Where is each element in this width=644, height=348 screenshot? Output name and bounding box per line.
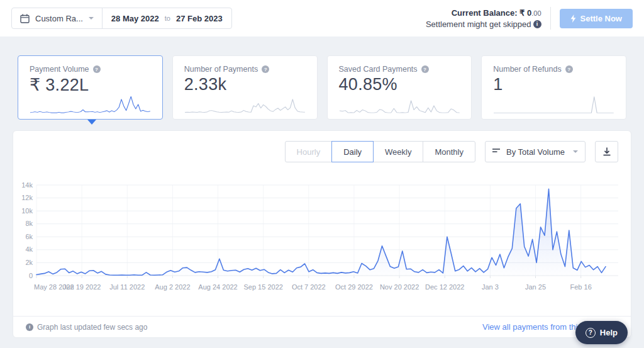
stat-cards-row: Payment Volume ? ₹ 3.22L Number of Payme… (0, 55, 644, 120)
settle-now-button[interactable]: Settle Now (560, 9, 633, 28)
settlement-note: Settlement might get skipped i (426, 19, 541, 30)
date-start: 28 May 2022 (111, 14, 159, 23)
balance-decimals: .00 (531, 9, 541, 17)
sparkline (339, 94, 460, 114)
balance-label: Current Balance: (452, 8, 518, 18)
view-all-payments-link[interactable]: View all payments from this (482, 322, 582, 332)
svg-text:8k: 8k (25, 220, 33, 227)
info-icon: i (26, 323, 33, 331)
panel-footer: i Graph last updated few secs ago View a… (13, 316, 631, 337)
settlement-note-text: Settlement might get skipped (426, 19, 531, 30)
svg-text:6k: 6k (25, 233, 33, 240)
help-icon[interactable]: ? (262, 65, 269, 73)
calendar-icon (20, 14, 30, 23)
card-value: ₹ 3.22L (30, 75, 151, 95)
chart-panel: Hourly Daily Weekly Monthly By Total Vol… (13, 130, 631, 338)
card-saved-card-payments[interactable]: Saved Card Payments ? 40.85% (327, 55, 472, 120)
card-title: Saved Card Payments (339, 65, 418, 74)
svg-text:Aug 2 2022: Aug 2 2022 (155, 283, 190, 291)
svg-text:Jul 11 2022: Jul 11 2022 (109, 283, 145, 291)
card-value: 40.85% (339, 75, 460, 94)
svg-text:Jan 3: Jan 3 (482, 283, 499, 291)
card-number-of-payments[interactable]: Number of Payments ? 2.33k (172, 55, 318, 120)
help-icon[interactable]: ? (565, 65, 573, 73)
svg-text:2k: 2k (25, 259, 33, 266)
topbar: Custom Ra... 28 May 2022 to 27 Feb 2023 … (0, 0, 644, 36)
svg-text:Feb 16: Feb 16 (570, 283, 592, 291)
svg-text:12k: 12k (21, 194, 33, 201)
svg-text:Dec 12 2022: Dec 12 2022 (425, 283, 464, 291)
question-icon: ? (586, 328, 596, 338)
svg-text:0: 0 (29, 272, 33, 279)
card-value: 2.33k (184, 75, 306, 94)
tab-weekly[interactable]: Weekly (373, 141, 423, 162)
divider (550, 7, 551, 30)
date-range-picker[interactable]: Custom Ra... 28 May 2022 to 27 Feb 2023 (11, 8, 232, 29)
chart-controls: Hourly Daily Weekly Monthly By Total Vol… (13, 131, 631, 162)
date-separator: to (165, 14, 170, 22)
tab-monthly[interactable]: Monthly (423, 141, 475, 162)
date-preset-label: Custom Ra... (35, 14, 83, 23)
date-preset-selector[interactable]: Custom Ra... (12, 8, 102, 28)
svg-text:4k: 4k (25, 245, 33, 253)
svg-text:10k: 10k (21, 207, 33, 215)
svg-text:Oct 7 2022: Oct 7 2022 (292, 283, 326, 291)
svg-text:Jan 25: Jan 25 (525, 283, 546, 291)
balance-area: Current Balance: ₹ 0.00 Settlement might… (426, 7, 633, 30)
sort-dropdown-label: By Total Volume (506, 147, 567, 157)
tab-hourly[interactable]: Hourly (285, 141, 333, 162)
graph-updated-status: i Graph last updated few secs ago (26, 323, 147, 332)
main-chart[interactable]: May 28 2022Jun 19 2022Jul 11 2022Aug 2 2… (13, 181, 631, 300)
svg-text:Aug 24 2022: Aug 24 2022 (198, 283, 237, 291)
help-button[interactable]: ? Help (575, 321, 628, 344)
card-title: Number of Payments (184, 65, 258, 74)
download-button[interactable] (595, 141, 618, 162)
sparkline (30, 95, 151, 114)
help-icon[interactable]: ? (421, 65, 429, 73)
svg-text:Sep 15 2022: Sep 15 2022 (243, 283, 282, 291)
svg-text:Oct 29 2022: Oct 29 2022 (335, 283, 373, 291)
sparkline (184, 94, 306, 114)
date-range-values[interactable]: 28 May 2022 to 27 Feb 2023 (102, 8, 231, 28)
help-icon[interactable]: ? (93, 65, 101, 73)
date-end: 27 Feb 2023 (176, 14, 223, 23)
card-payment-volume[interactable]: Payment Volume ? ₹ 3.22L (18, 55, 163, 120)
graph-updated-text: Graph last updated few secs ago (37, 323, 147, 332)
active-card-caret (87, 120, 96, 125)
chevron-down-icon (89, 17, 94, 20)
current-balance: Current Balance: ₹ 0.00 (426, 8, 541, 19)
card-title: Number of Refunds (493, 65, 561, 74)
svg-text:Jun 19 2022: Jun 19 2022 (63, 283, 101, 291)
granularity-tabs: Hourly Daily Weekly Monthly (285, 141, 475, 162)
info-icon[interactable]: i (533, 20, 541, 28)
tab-daily[interactable]: Daily (331, 141, 374, 162)
balance-text: Current Balance: ₹ 0.00 Settlement might… (426, 8, 541, 30)
sort-dropdown[interactable]: By Total Volume (485, 141, 586, 162)
card-value: 1 (493, 75, 614, 94)
card-title: Payment Volume (30, 65, 89, 74)
download-icon (602, 147, 612, 157)
card-number-of-refunds[interactable]: Number of Refunds ? 1 (481, 55, 626, 120)
chevron-down-icon (573, 150, 578, 153)
svg-text:Nov 20 2022: Nov 20 2022 (380, 283, 419, 291)
svg-text:14k: 14k (21, 181, 33, 189)
help-label: Help (600, 328, 618, 337)
sparkline (493, 94, 614, 114)
bolt-icon (570, 14, 576, 23)
balance-amount: ₹ 0 (519, 8, 531, 18)
sort-icon (492, 148, 501, 155)
settle-now-label: Settle Now (580, 14, 622, 23)
